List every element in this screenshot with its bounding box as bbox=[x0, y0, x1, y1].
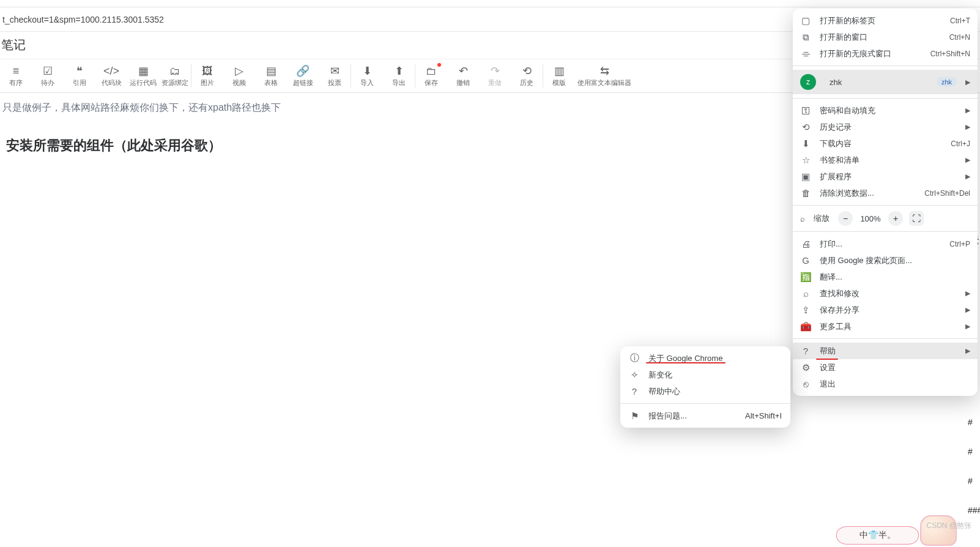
toolbar-resource-bind[interactable]: 🗂资源绑定 bbox=[159, 59, 191, 92]
omnibox[interactable]: t_checkout=1&spm=1000.2115.3001.5352 bbox=[0, 15, 870, 24]
trash-icon: 🗑 bbox=[800, 188, 811, 198]
history-icon: ⟲ bbox=[522, 64, 532, 78]
toolbar-label: 保存 bbox=[425, 78, 438, 87]
code-block-icon: </> bbox=[103, 64, 119, 78]
menu-clear-data[interactable]: 🗑 清除浏览数据... Ctrl+Shift+Del bbox=[793, 185, 978, 201]
toolbar-hyperlink[interactable]: 🔗超链接 bbox=[287, 59, 319, 92]
toolbar-export[interactable]: ⬆导出 bbox=[383, 59, 415, 92]
fullscreen-button[interactable]: ⛶ bbox=[909, 211, 924, 226]
ad-bubble[interactable]: 中👕半。 bbox=[836, 526, 919, 545]
zoom-value: 100% bbox=[859, 214, 882, 223]
zoom-in-button[interactable]: + bbox=[888, 211, 903, 226]
toolbar-ordered-list[interactable]: ≡有序 bbox=[0, 59, 32, 92]
toolbar-save[interactable]: 🗀保存 bbox=[415, 59, 447, 92]
menu-google-search[interactable]: G 使用 Google 搜索此页面... bbox=[793, 252, 978, 269]
menu-history[interactable]: ⟲ 历史记录 ▶ bbox=[793, 119, 978, 135]
report-icon: ⚑ bbox=[629, 411, 640, 422]
menu-passwords[interactable]: ⚿ 密码和自动填充 ▶ bbox=[793, 102, 978, 119]
chevron-right-icon: ▶ bbox=[965, 289, 970, 297]
menu-help[interactable]: ? 帮助 ▶ bbox=[793, 343, 978, 359]
menu-separator bbox=[793, 98, 978, 99]
save-icon: 🗀 bbox=[426, 64, 437, 78]
menu-separator bbox=[793, 65, 978, 66]
ordered-list-icon: ≡ bbox=[13, 64, 20, 78]
toolbar-richtext[interactable]: ⇆使用富文本编辑器 bbox=[575, 59, 634, 92]
toolbar-label: 使用富文本编辑器 bbox=[577, 78, 631, 87]
annotation-underline bbox=[646, 362, 726, 363]
menu-settings[interactable]: ⚙ 设置 bbox=[793, 359, 978, 376]
resource-bind-icon: 🗂 bbox=[169, 64, 180, 78]
menu-incognito[interactable]: ⌯ 打开新的无痕式窗口 Ctrl+Shift+N bbox=[793, 45, 978, 62]
template-icon: ▥ bbox=[554, 64, 565, 78]
menu-separator bbox=[793, 231, 978, 232]
toolbar-label: 资源绑定 bbox=[161, 78, 188, 87]
chevron-right-icon: ▶ bbox=[965, 78, 970, 86]
toolbar-vote[interactable]: ✉投票 bbox=[319, 59, 351, 92]
menu-separator bbox=[620, 403, 790, 404]
help-submenu: ⓘ 关于 Google Chrome ✧ 新变化 ? 帮助中心 ⚑ 报告问题..… bbox=[620, 346, 790, 428]
vote-icon: ✉ bbox=[330, 64, 340, 78]
toolbar-import[interactable]: ⬇导入 bbox=[351, 59, 383, 92]
hyperlink-icon: 🔗 bbox=[296, 64, 310, 78]
todo-icon: ☑ bbox=[43, 64, 53, 78]
menu-new-window[interactable]: ⧉ 打开新的窗口 Ctrl+N bbox=[793, 29, 978, 45]
hash-row: # bbox=[968, 476, 980, 486]
toolbar-table[interactable]: ▤表格 bbox=[255, 59, 287, 92]
menu-more-tools[interactable]: 🧰 更多工具 ▶ bbox=[793, 318, 978, 335]
toolbar-label: 视频 bbox=[232, 78, 246, 87]
toolbar-label: 模版 bbox=[552, 78, 566, 87]
gear-icon: ⚙ bbox=[800, 362, 811, 373]
toolbar-quote[interactable]: ❝引用 bbox=[64, 59, 95, 92]
submenu-about[interactable]: ⓘ 关于 Google Chrome bbox=[620, 350, 790, 367]
star-icon: ☆ bbox=[800, 155, 811, 166]
toolbar-todo[interactable]: ☑待办 bbox=[32, 59, 64, 92]
exit-icon: ⎋ bbox=[800, 379, 811, 389]
hash-row: # bbox=[968, 447, 980, 456]
redo-icon: ↷ bbox=[491, 64, 500, 78]
chevron-right-icon: ▶ bbox=[965, 347, 970, 355]
toolbar-label: 投票 bbox=[328, 78, 341, 87]
menu-profile[interactable]: z zhk zhk ▶ bbox=[793, 70, 978, 94]
toolbar-label: 导入 bbox=[360, 78, 374, 87]
menu-new-tab[interactable]: ▢ 打开新的标签页 Ctrl+T bbox=[793, 12, 978, 29]
menu-bookmarks[interactable]: ☆ 书签和清单 ▶ bbox=[793, 152, 978, 168]
menu-find[interactable]: ⌕ 查找和修改 ▶ bbox=[793, 285, 978, 302]
chevron-right-icon: ▶ bbox=[965, 123, 970, 131]
unsaved-dot-icon bbox=[437, 63, 441, 67]
toolbar-history[interactable]: ⟲历史 bbox=[511, 59, 543, 92]
toolbar-image[interactable]: 🖼图片 bbox=[191, 59, 223, 92]
zoom-controls: − 100% + ⛶ bbox=[838, 211, 924, 226]
hashes: # # # ###### 六级标题 bbox=[968, 417, 980, 516]
download-icon: ⬇ bbox=[800, 138, 811, 149]
print-icon: 🖨 bbox=[800, 239, 811, 249]
menu-translate[interactable]: 🈯 翻译... bbox=[793, 269, 978, 285]
help-icon: ? bbox=[629, 386, 640, 396]
menu-print[interactable]: 🖨 打印... Ctrl+P bbox=[793, 236, 978, 252]
toolbar-label: 导出 bbox=[392, 78, 406, 87]
incognito-icon: ⌯ bbox=[800, 48, 811, 59]
submenu-report-issue[interactable]: ⚑ 报告问题... Alt+Shift+I bbox=[620, 407, 790, 424]
history-icon: ⟲ bbox=[800, 122, 811, 133]
toolbar-label: 有序 bbox=[9, 78, 23, 87]
extension-icon: ▣ bbox=[800, 171, 811, 182]
submenu-whats-new[interactable]: ✧ 新变化 bbox=[620, 367, 790, 383]
help-icon: ? bbox=[800, 346, 811, 356]
zoom-out-button[interactable]: − bbox=[838, 211, 853, 226]
toolbar-run-code[interactable]: ▦运行代码 bbox=[127, 59, 159, 92]
export-icon: ⬆ bbox=[395, 64, 404, 78]
toolbar-template[interactable]: ▥模版 bbox=[543, 59, 575, 92]
menu-downloads[interactable]: ⬇ 下载内容 Ctrl+J bbox=[793, 135, 978, 152]
toolbar-video[interactable]: ▷视频 bbox=[223, 59, 255, 92]
menu-extensions[interactable]: ▣ 扩展程序 ▶ bbox=[793, 168, 978, 185]
import-icon: ⬇ bbox=[363, 64, 372, 78]
toolbar-code-block[interactable]: </>代码块 bbox=[95, 59, 127, 92]
save-share-icon: ⇪ bbox=[800, 305, 811, 316]
menu-exit[interactable]: ⎋ 退出 bbox=[793, 376, 978, 392]
new-window-icon: ⧉ bbox=[800, 32, 811, 43]
toolbar-label: 历史 bbox=[520, 78, 533, 87]
menu-zoom: ⌕ 缩放 − 100% + ⛶ bbox=[793, 209, 978, 228]
toolbar-undo[interactable]: ↶撤销 bbox=[447, 59, 479, 92]
submenu-help-center[interactable]: ? 帮助中心 bbox=[620, 383, 790, 400]
menu-save-share[interactable]: ⇪ 保存并分享 ▶ bbox=[793, 302, 978, 318]
compass-icon: ✧ bbox=[629, 370, 640, 381]
